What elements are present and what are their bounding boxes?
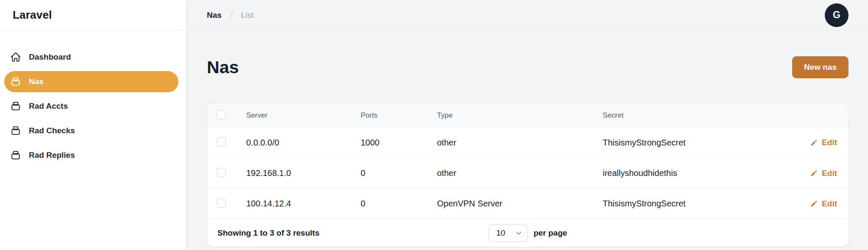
edit-label: Edit <box>822 199 837 209</box>
results-summary: Showing 1 to 3 of 3 results <box>217 228 320 238</box>
edit-link[interactable]: Edit <box>810 169 837 178</box>
table-header-row: Server Ports Type Secret <box>207 104 848 127</box>
cell-ports: 0 <box>361 199 437 209</box>
topbar: Nas List G <box>186 0 868 30</box>
nas-table-card: Server Ports Type Secret 0.0.0.0/0 1000 … <box>207 103 849 247</box>
app-logo-text: Laravel <box>13 8 52 22</box>
sidebar: Laravel Dashboard Nas <box>0 0 186 250</box>
cell-server: 0.0.0.0/0 <box>246 138 361 148</box>
app-logo: Laravel <box>0 0 186 30</box>
edit-label: Edit <box>822 138 837 147</box>
row-checkbox-cell <box>207 168 246 179</box>
edit-link[interactable]: Edit <box>810 138 837 147</box>
sidebar-item-label: Rad Replies <box>29 151 75 160</box>
pencil-icon <box>810 200 818 208</box>
cell-secret: ThisismyStrongSecret <box>603 138 785 148</box>
avatar-initial: G <box>833 9 840 21</box>
breadcrumb-item-nas[interactable]: Nas <box>207 11 222 20</box>
main-area: Nas List G Nas New nas Server <box>186 0 868 250</box>
cell-actions: Edit <box>785 199 848 209</box>
page-head: Nas New nas <box>207 56 849 78</box>
sidebar-item-label: Nas <box>29 77 44 86</box>
edit-label: Edit <box>822 169 837 178</box>
cell-actions: Edit <box>785 138 848 147</box>
app-window: Laravel Dashboard Nas <box>0 0 868 250</box>
archive-box-icon <box>10 150 21 161</box>
cell-secret: ThisismyStrongSecret <box>603 199 785 209</box>
sidebar-item-nas[interactable]: Nas <box>4 71 178 92</box>
pencil-icon <box>810 169 818 177</box>
row-checkbox-cell <box>207 137 246 148</box>
breadcrumb-separator <box>228 9 234 22</box>
cell-server: 100.14.12.4 <box>246 199 361 209</box>
row-checkbox[interactable] <box>217 137 226 146</box>
avatar[interactable]: G <box>825 3 849 27</box>
cell-actions: Edit <box>785 169 848 178</box>
column-header-ports: Ports <box>361 111 437 120</box>
select-all-checkbox[interactable] <box>217 110 226 119</box>
cell-secret: ireallyshoudhidethis <box>603 168 785 178</box>
row-checkbox-cell <box>207 198 246 209</box>
table-row: 100.14.12.4 0 OpenVPN Server ThisismyStr… <box>207 188 848 219</box>
sidebar-item-label: Rad Accts <box>29 102 68 111</box>
archive-box-icon <box>10 101 21 112</box>
cell-ports: 1000 <box>361 138 437 148</box>
row-checkbox[interactable] <box>217 198 226 208</box>
cell-server: 192.168.1.0 <box>246 168 361 178</box>
cell-type: other <box>437 138 603 148</box>
home-icon <box>10 52 21 63</box>
sidebar-item-rad-accts[interactable]: Rad Accts <box>4 96 178 117</box>
breadcrumb: Nas List <box>207 9 253 22</box>
page-title: Nas <box>207 58 239 77</box>
column-header-server: Server <box>246 111 361 120</box>
sidebar-item-rad-replies[interactable]: Rad Replies <box>4 145 178 166</box>
archive-box-icon <box>10 76 21 87</box>
per-page-value: 10 <box>496 228 505 238</box>
new-nas-button[interactable]: New nas <box>792 56 849 78</box>
sidebar-item-label: Rad Checks <box>29 126 75 135</box>
table-row: 192.168.1.0 0 other ireallyshoudhidethis… <box>207 158 848 188</box>
per-page-select[interactable]: 10 <box>488 224 528 242</box>
column-header-type: Type <box>437 111 603 120</box>
cell-type: OpenVPN Server <box>437 199 603 209</box>
header-checkbox-cell <box>207 110 246 121</box>
table-row: 0.0.0.0/0 1000 other ThisismyStrongSecre… <box>207 127 848 158</box>
sidebar-item-dashboard[interactable]: Dashboard <box>4 47 178 68</box>
per-page-group: 10 per page <box>488 224 567 242</box>
per-page-label: per page <box>534 228 567 238</box>
table-footer: Showing 1 to 3 of 3 results 10 per page <box>207 219 848 247</box>
edit-link[interactable]: Edit <box>810 199 837 209</box>
breadcrumb-item-list: List <box>241 11 254 20</box>
sidebar-nav: Dashboard Nas Rad Accts <box>0 30 186 166</box>
cell-type: other <box>437 168 603 178</box>
chevron-down-icon <box>515 230 522 236</box>
pencil-icon <box>810 139 818 147</box>
cell-ports: 0 <box>361 168 437 178</box>
page-content: Nas New nas Server Ports Type Secret <box>186 30 868 247</box>
sidebar-item-rad-checks[interactable]: Rad Checks <box>4 120 178 141</box>
column-header-secret: Secret <box>603 111 785 120</box>
sidebar-item-label: Dashboard <box>29 52 71 62</box>
row-checkbox[interactable] <box>217 168 226 177</box>
archive-box-icon <box>10 125 21 136</box>
